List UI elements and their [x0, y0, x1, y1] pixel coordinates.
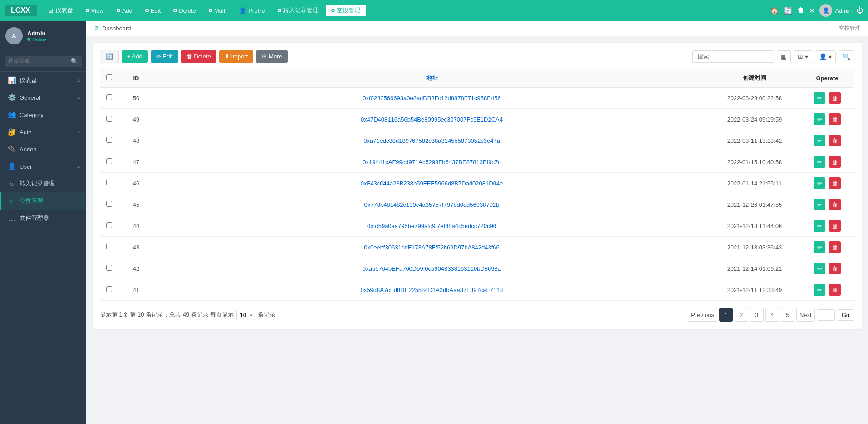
page-btn-3[interactable]: 3 [750, 308, 764, 322]
delete-row-btn-5[interactable]: 🗑 [829, 199, 841, 210]
page-btn-4[interactable]: 4 [765, 308, 779, 322]
delete-button[interactable]: 🗑 Delete [181, 50, 216, 63]
grid-view-button[interactable]: ⊞ ▾ [794, 50, 812, 63]
edit-button[interactable]: ✏ Edit [151, 50, 178, 63]
go-input[interactable] [817, 309, 835, 321]
delete-row-btn-2[interactable]: 🗑 [829, 135, 841, 146]
table-view-button[interactable]: ▦ [777, 50, 791, 63]
table-row: 47 0x19441cAF99cd971Ac5293Fb6437BE87813E… [100, 151, 854, 173]
sidebar-item-filemanager[interactable]: … 文件管理器 [0, 210, 86, 227]
row-checkbox-7[interactable] [106, 244, 112, 249]
cell-address-5[interactable]: 0x778b481482c139c4a35757f797bd0ed5693870… [154, 194, 709, 215]
trash-icon[interactable]: 🗑 [797, 6, 804, 15]
cell-address-1[interactable]: 0x47D408116a56b54Be80995ec307007Fc5E1D2C… [154, 109, 709, 130]
nav-airdrop[interactable]: 空投管理 [326, 5, 366, 16]
cell-created-2: 2022-03-11 13:13:42 [709, 130, 800, 151]
page-btn-1[interactable]: 1 [719, 308, 733, 322]
page-size-select[interactable]: 10 25 50 [236, 310, 255, 320]
row-checkbox-3[interactable] [106, 158, 112, 164]
nav-profile[interactable]: 👤 Profile [234, 5, 270, 16]
more-button[interactable]: ⚙ More [256, 50, 287, 63]
cell-address-3[interactable]: 0x19441cAF99cd971Ac5293Fb6437BE87813Ef9c… [154, 151, 709, 173]
edit-row-btn-3[interactable]: ✏ [814, 156, 825, 168]
delete-row-btn-7[interactable]: 🗑 [829, 241, 841, 253]
nav-multi[interactable]: Multi [203, 5, 232, 16]
sidebar-item-general[interactable]: ⚙️ General › [0, 89, 86, 106]
user-menu[interactable]: 👤 Admin [819, 4, 852, 17]
home-icon[interactable]: 🏠 [770, 6, 779, 15]
delete-row-btn-8[interactable]: 🗑 [829, 263, 841, 274]
logout-icon[interactable]: ⏻ [856, 6, 863, 15]
go-button[interactable]: Go [837, 309, 854, 321]
delete-row-btn-0[interactable]: 🗑 [829, 92, 841, 104]
cell-address-8[interactable]: 0xab5764bEFa760D59f0cb9048338163110bD869… [154, 258, 709, 279]
nav-edit[interactable]: Edit [140, 5, 166, 16]
full-search-button[interactable]: 🔍 [839, 50, 854, 63]
cell-operate-6: ✏ 🗑 [800, 215, 854, 237]
nav-dashboard[interactable]: 🖥 仪表盘 [42, 5, 78, 16]
row-checkbox-6[interactable] [106, 222, 112, 228]
page-btn-5[interactable]: 5 [781, 308, 794, 322]
cell-created-3: 2022-01-15 10:40:58 [709, 151, 800, 173]
row-checkbox-2[interactable] [106, 137, 112, 143]
sidebar-item-dashboard[interactable]: 📊 仪表盘 › [0, 72, 86, 89]
edit-row-btn-1[interactable]: ✏ [814, 113, 825, 125]
row-checkbox-4[interactable] [106, 180, 112, 185]
sidebar-item-transfer[interactable]: ○ 转入记录管理 [0, 175, 86, 192]
row-checkbox-9[interactable] [106, 286, 112, 292]
row-checkbox-8[interactable] [106, 265, 112, 271]
edit-row-btn-4[interactable]: ✏ [814, 177, 825, 189]
row-checkbox-1[interactable] [106, 116, 112, 122]
cell-address-9[interactable]: 0x59d8A7cFd8DE225584D1A3dbAaa37F397caF71… [154, 279, 709, 301]
col-header-created: 创建时间 [709, 69, 800, 87]
cell-address-2[interactable]: 0xa71edc38d189767582c38a3145b5873052c3e4… [154, 130, 709, 151]
refresh-icon[interactable]: 🔄 [784, 6, 793, 15]
sidebar-item-auth[interactable]: 🔐 Auth › [0, 123, 86, 141]
sidebar-item-user[interactable]: 👤 User › [0, 158, 86, 175]
next-button[interactable]: Next [796, 308, 815, 322]
row-checkbox-5[interactable] [106, 201, 112, 207]
nav-view[interactable]: View [80, 5, 109, 16]
edit-row-btn-0[interactable]: ✏ [814, 92, 825, 104]
row-checkbox-0[interactable] [106, 94, 112, 100]
nav-delete[interactable]: Delete [168, 5, 201, 16]
arrow-icon-user: › [78, 164, 80, 169]
search-input[interactable] [692, 50, 774, 63]
page-btn-2[interactable]: 2 [735, 308, 748, 322]
edit-row-btn-7[interactable]: ✏ [814, 241, 825, 253]
cell-address-4[interactable]: 0xF43c044a23B238b59FEE5966d8B7Dad02081D0… [154, 173, 709, 194]
edit-row-btn-6[interactable]: ✏ [814, 220, 825, 232]
cell-operate-3: ✏ 🗑 [800, 151, 854, 173]
delete-row-btn-9[interactable]: 🗑 [829, 284, 841, 296]
edit-row-btn-5[interactable]: ✏ [814, 199, 825, 210]
edit-row-btn-9[interactable]: ✏ [814, 284, 825, 296]
edit-row-btn-2[interactable]: ✏ [814, 135, 825, 146]
add-button[interactable]: + Add [122, 50, 148, 63]
nav-add[interactable]: Add [111, 5, 138, 16]
import-button[interactable]: ⬆ Import [219, 50, 253, 63]
sidebar-item-category[interactable]: 👥 Category [0, 106, 86, 123]
nav-transfer[interactable]: 转入记录管理 [272, 5, 324, 16]
delete-row-btn-4[interactable]: 🗑 [829, 177, 841, 189]
breadcrumb-bar: 🖥 Dashboard 空投管理 [86, 21, 868, 36]
cell-id-5: 45 [118, 194, 154, 215]
table-header-row: ID 地址 创建时间 Operate [100, 69, 854, 87]
sidebar-search-input[interactable] [5, 56, 82, 67]
delete-row-btn-3[interactable]: 🗑 [829, 156, 841, 168]
prev-button[interactable]: Previous [688, 308, 717, 322]
delete-row-btn-1[interactable]: 🗑 [829, 113, 841, 125]
cell-id-9: 41 [118, 279, 154, 301]
select-all-checkbox[interactable] [106, 74, 112, 80]
delete-row-btn-6[interactable]: 🗑 [829, 220, 841, 232]
cell-address-6[interactable]: 0xfd59a0aa795be799afc9f7ef48a4c5edcc720c… [154, 215, 709, 237]
edit-row-btn-8[interactable]: ✏ [814, 263, 825, 274]
column-toggle-button[interactable]: 👤 ▾ [815, 50, 836, 63]
file-menu-icon: … [8, 214, 16, 222]
sidebar: A Admin Online 🔍 📊 仪表盘 › ⚙️ [0, 21, 86, 424]
sidebar-item-airdrop[interactable]: ○ 空投管理 [0, 192, 86, 210]
close-icon[interactable]: ✕ [809, 6, 815, 15]
refresh-button[interactable]: 🔄 [100, 50, 119, 63]
sidebar-item-addon[interactable]: 🔌 Addon [0, 141, 86, 158]
cell-address-7[interactable]: 0x0eebf30631ddF173A78Ff52b69D97bA842d43f… [154, 237, 709, 258]
cell-address-0[interactable]: 0xf0230566693a0e8adDB3Fc12d8878F71c968B4… [154, 87, 709, 109]
